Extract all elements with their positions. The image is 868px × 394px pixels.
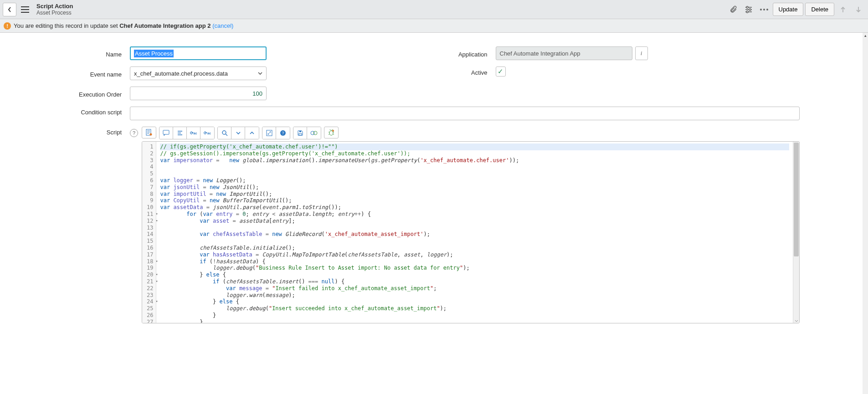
svg-rect-11 — [299, 131, 301, 132]
condition-script-field[interactable] — [130, 107, 800, 120]
more-actions-button[interactable] — [757, 3, 771, 16]
replace-button[interactable]: ⟳ac — [187, 127, 200, 139]
search-group — [217, 127, 259, 139]
chevron-left-icon — [7, 6, 12, 13]
help-icon: ? — [280, 130, 286, 136]
application-field: Chef Automate Integration App — [496, 46, 632, 60]
execution-order-label: Execution Order — [68, 89, 130, 98]
page-subtitle: Asset Process — [36, 10, 73, 16]
page-title: Script Action — [36, 3, 73, 10]
fullscreen-icon — [266, 130, 272, 136]
toggle-diff-button[interactable] — [307, 127, 321, 139]
execution-order-field[interactable] — [130, 87, 267, 100]
sliders-icon — [745, 6, 753, 13]
fullscreen-button[interactable] — [262, 127, 276, 139]
delete-button[interactable]: Delete — [805, 3, 834, 16]
condition-script-label: Condition script — [68, 107, 130, 116]
notice-prefix: You are editing this record in update se… — [14, 22, 119, 29]
help-button[interactable]: ? — [276, 127, 290, 139]
chevron-up-icon — [249, 131, 255, 135]
settings-button[interactable] — [742, 3, 755, 16]
comment-button[interactable] — [159, 127, 173, 139]
code-content[interactable]: // if(gs.getProperty('x_chef_automate.ch… — [156, 142, 793, 323]
scroll-up-icon: ▴ — [863, 33, 868, 38]
svg-rect-5 — [163, 130, 169, 134]
chevron-down-icon — [236, 131, 241, 135]
name-field[interactable]: Asset Process — [130, 46, 267, 60]
save-icon — [297, 130, 303, 136]
header-bar: Script Action Asset Process Update Delet… — [0, 0, 868, 19]
scroll-thumb[interactable] — [794, 143, 799, 256]
svg-point-1 — [749, 9, 751, 10]
title-block: Script Action Asset Process — [36, 3, 73, 16]
editor-toolbar: ⟳ac ⟳ac ? — [142, 127, 800, 139]
script-help-button[interactable]: ? — [130, 129, 138, 137]
view-group: ? — [262, 127, 290, 139]
update-button[interactable]: Update — [773, 3, 804, 16]
comment-icon — [163, 130, 170, 136]
code-editor[interactable]: 1234567891011121314151617181920212223242… — [142, 141, 800, 323]
warning-icon: ! — [4, 22, 11, 30]
script-label: Script — [68, 127, 130, 136]
toggle-syntax-button[interactable] — [142, 127, 156, 138]
svg-point-2 — [746, 11, 748, 13]
page-scrollbar[interactable]: ▴ — [863, 33, 868, 334]
arrow-up-icon — [840, 6, 846, 13]
active-checkbox[interactable]: ✓ — [496, 67, 506, 77]
notice-bold: Chef Automate Integration app 2 — [119, 22, 211, 29]
back-button[interactable] — [3, 3, 16, 16]
svg-text:?: ? — [282, 131, 284, 135]
replace-all-button[interactable]: ⟳ac — [200, 127, 214, 139]
scroll-down-icon — [793, 318, 800, 323]
svg-point-6 — [222, 131, 226, 134]
name-label: Name — [68, 49, 130, 58]
format-button[interactable] — [173, 127, 187, 139]
line-gutter: 1234567891011121314151617181920212223242… — [142, 142, 156, 323]
application-info-button[interactable]: i — [635, 46, 648, 60]
name-value: Asset Process — [134, 50, 174, 57]
hamburger-icon — [21, 6, 29, 13]
save-group — [293, 127, 321, 139]
attachments-button[interactable] — [726, 3, 740, 16]
event-name-select[interactable]: x_chef_automate.chef.process.data — [130, 67, 267, 80]
header-right: Update Delete — [726, 3, 866, 16]
search-icon — [221, 130, 228, 136]
diff-icon — [310, 130, 318, 136]
active-label: Active — [434, 67, 496, 76]
event-name-label: Event name — [68, 69, 130, 78]
form: Name Asset Process Application Chef Auto… — [0, 33, 868, 334]
cancel-link[interactable]: (cancel) — [212, 22, 233, 29]
header-left: Script Action Asset Process — [3, 3, 73, 16]
editor-scrollbar[interactable] — [793, 142, 799, 323]
save-button[interactable] — [293, 127, 307, 139]
format-icon — [177, 130, 183, 136]
menu-button[interactable] — [18, 3, 32, 16]
search-next-button[interactable] — [231, 127, 245, 139]
svg-point-0 — [746, 6, 748, 8]
bug-icon — [328, 129, 335, 136]
edit-group: ⟳ac ⟳ac — [159, 127, 215, 139]
dots-icon — [760, 9, 768, 10]
svg-point-15 — [332, 130, 334, 132]
svg-point-4 — [150, 133, 152, 136]
next-record-button[interactable] — [852, 3, 865, 16]
script-editor-wrap: ⟳ac ⟳ac ? — [142, 127, 800, 323]
search-prev-button[interactable] — [245, 127, 259, 139]
svg-rect-10 — [299, 133, 302, 135]
event-name-value: x_chef_automate.chef.process.data — [130, 67, 267, 80]
paperclip-icon — [729, 5, 737, 14]
arrow-down-icon — [855, 6, 862, 13]
update-set-notice: ! You are editing this record in update … — [0, 19, 868, 33]
application-label: Application — [434, 49, 496, 58]
script-icon — [145, 129, 153, 136]
search-button[interactable] — [218, 127, 231, 139]
svg-point-13 — [313, 131, 317, 135]
notice-text: You are editing this record in update se… — [14, 22, 233, 29]
script-debugger-button[interactable] — [324, 127, 339, 138]
prev-record-button[interactable] — [836, 3, 850, 16]
